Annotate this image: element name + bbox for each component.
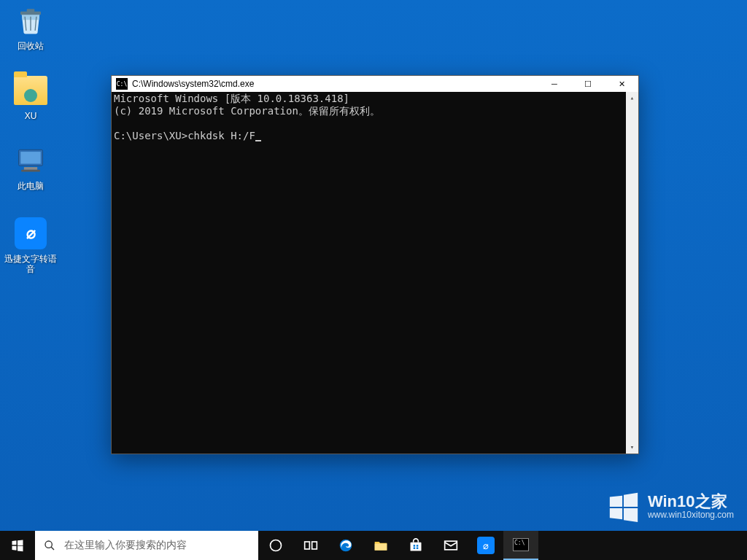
svg-rect-10 — [312, 542, 317, 549]
svg-rect-9 — [305, 542, 310, 549]
watermark-title: Win10之家 — [648, 494, 734, 510]
svg-rect-3 — [20, 152, 41, 164]
start-button[interactable] — [0, 531, 35, 560]
desktop-icon-label: 迅捷文字转语音 — [3, 254, 58, 274]
desktop-icon-label: XU — [3, 111, 58, 121]
desktop-icon-label: 回收站 — [3, 41, 58, 51]
svg-rect-12 — [411, 542, 422, 551]
terminal-line: Microsoft Windows [版本 10.0.18363.418] — [114, 93, 636, 105]
watermark-url: www.win10xitong.com — [648, 510, 734, 520]
windows-logo-icon — [607, 490, 640, 524]
svg-rect-15 — [414, 548, 416, 550]
terminal-blank — [114, 117, 636, 130]
svg-point-8 — [271, 540, 282, 551]
scroll-up-icon[interactable]: ▴ — [626, 92, 638, 104]
folder-icon — [13, 73, 48, 108]
task-view-button[interactable] — [293, 531, 328, 560]
svg-rect-4 — [24, 167, 37, 170]
watermark: Win10之家 www.win10xitong.com — [607, 490, 734, 524]
desktop-icon-this-pc[interactable]: 此电脑 — [3, 143, 58, 191]
taskbar: 在这里输入你要搜索的内容 ⌀ C:\ — [0, 531, 747, 560]
svg-rect-1 — [27, 9, 35, 12]
tts-app-icon: ⌀ — [13, 216, 48, 251]
svg-point-6 — [45, 541, 52, 548]
search-placeholder: 在这里输入你要搜索的内容 — [64, 539, 258, 552]
terminal-prompt-line: C:\Users\XU>chkdsk H:/F — [114, 130, 636, 142]
terminal-line: (c) 2019 Microsoft Corporation。保留所有权利。 — [114, 105, 636, 117]
scroll-down-icon[interactable]: ▾ — [626, 441, 638, 454]
svg-rect-13 — [414, 545, 416, 547]
terminal[interactable]: Microsoft Windows [版本 10.0.18363.418] (c… — [112, 92, 638, 454]
svg-rect-16 — [417, 548, 419, 550]
taskbar-app-edge[interactable] — [328, 531, 363, 560]
close-button[interactable]: ✕ — [605, 76, 638, 92]
desktop-icon-label: 此电脑 — [3, 181, 58, 191]
taskbar-search[interactable]: 在这里输入你要搜索的内容 — [35, 531, 258, 560]
taskbar-app-tts[interactable]: ⌀ — [468, 531, 503, 560]
system-tray[interactable] — [743, 531, 747, 560]
desktop-icon-folder-xu[interactable]: XU — [3, 73, 58, 121]
command-text: chkdsk H:/F — [187, 130, 255, 141]
desktop-icon-tts[interactable]: ⌀ 迅捷文字转语音 — [3, 216, 58, 274]
svg-rect-5 — [21, 170, 40, 172]
cortana-button[interactable] — [258, 531, 293, 560]
cmd-icon: C:\ — [116, 78, 128, 90]
window-title: C:\Windows\system32\cmd.exe — [132, 79, 538, 89]
minimize-button[interactable]: ─ — [538, 76, 571, 92]
recycle-bin-icon — [13, 3, 48, 38]
prompt: C:\Users\XU> — [114, 130, 187, 141]
taskbar-app-mail[interactable] — [433, 531, 468, 560]
taskbar-app-explorer[interactable] — [363, 531, 398, 560]
this-pc-icon — [13, 143, 48, 178]
scrollbar[interactable]: ▴ ▾ — [626, 92, 638, 454]
svg-line-7 — [51, 547, 54, 550]
taskbar-app-store[interactable] — [398, 531, 433, 560]
search-icon — [35, 540, 64, 551]
titlebar[interactable]: C:\ C:\Windows\system32\cmd.exe ─ ☐ ✕ — [112, 76, 638, 92]
maximize-button[interactable]: ☐ — [571, 76, 605, 92]
taskbar-app-cmd[interactable]: C:\ — [503, 531, 538, 560]
cursor — [255, 140, 261, 141]
desktop-icon-recycle-bin[interactable]: 回收站 — [3, 3, 58, 51]
svg-rect-14 — [417, 545, 419, 547]
cmd-window: C:\ C:\Windows\system32\cmd.exe ─ ☐ ✕ Mi… — [111, 75, 639, 454]
